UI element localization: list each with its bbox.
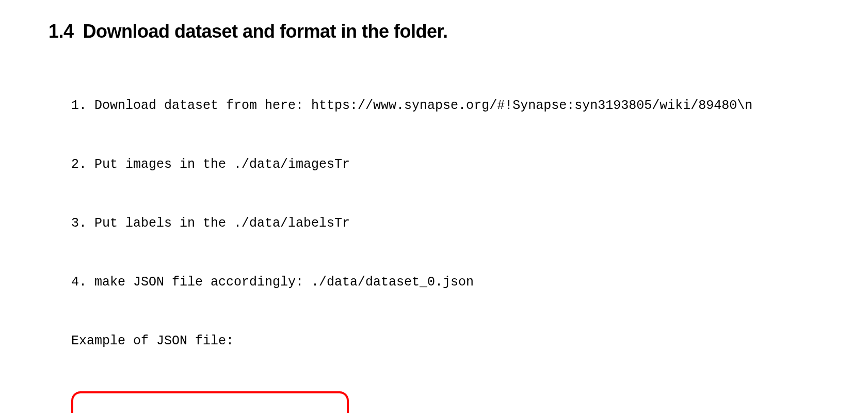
instruction-line-5: Example of JSON file: [71, 331, 868, 351]
instruction-line-3: 3. Put labels in the ./data/labelsTr [71, 214, 868, 233]
instruction-line-1: 1. Download dataset from here: https://w… [71, 96, 868, 116]
section-number: 1.4 [49, 21, 74, 42]
json-example-content: { "description": "btcv yucheng", "labels… [73, 398, 347, 413]
section-heading: 1.4Download dataset and format in the fo… [49, 21, 868, 42]
instructions-block: 1. Download dataset from here: https://w… [49, 57, 868, 390]
document-section: 1.4Download dataset and format in the fo… [0, 21, 868, 413]
instruction-line-2: 2. Put images in the ./data/imagesTr [71, 155, 868, 174]
section-title: Download dataset and format in the folde… [83, 21, 448, 42]
json-example-box: { "description": "btcv yucheng", "labels… [71, 391, 349, 413]
instruction-line-4: 4. make JSON file accordingly: ./data/da… [71, 273, 868, 292]
